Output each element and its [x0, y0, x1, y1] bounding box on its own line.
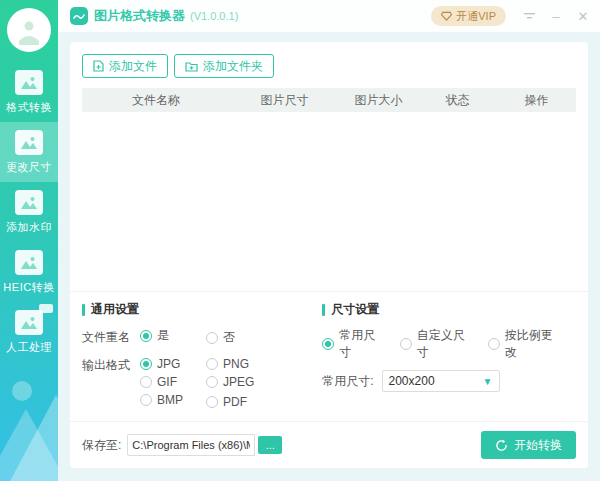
add-folder-label: 添加文件夹 — [203, 58, 263, 75]
toolbar: 添加文件 添加文件夹 — [82, 54, 576, 78]
format-option-GIF[interactable]: GIF — [140, 375, 206, 389]
format-option-BMP[interactable]: BMP — [140, 393, 206, 407]
add-folder-button[interactable]: 添加文件夹 — [174, 54, 274, 78]
sun-shape — [12, 381, 32, 401]
radio-label: BMP — [157, 393, 183, 407]
minimize-button[interactable]: – — [549, 9, 563, 23]
size-mode-option-按比例更改[interactable]: 按比例更改 — [488, 327, 556, 361]
main-panel: 添加文件 添加文件夹 文件名称图片尺寸图片大小状态操作 通用设置 文件重 — [70, 42, 588, 468]
radio-icon — [140, 394, 152, 406]
settings-section: 通用设置 文件重名 是否 输出格式 JPGPNGGIFJPEGBMPPDF 尺寸… — [82, 292, 576, 421]
radio-label: 按比例更改 — [505, 327, 556, 361]
add-file-label: 添加文件 — [109, 58, 157, 75]
column-header: 图片尺寸 — [230, 92, 339, 109]
image-icon — [15, 70, 43, 95]
radio-icon — [488, 338, 500, 350]
radio-icon — [140, 376, 152, 388]
app-window: 格式转换更改尺寸添加水印HEIC转换人工处理 图片格式转换器 (V1.0.0.1… — [0, 0, 600, 481]
image-icon — [15, 130, 43, 155]
format-label: 输出格式 — [82, 357, 140, 374]
radio-label: JPG — [157, 357, 180, 371]
size-settings-title: 尺寸设置 — [322, 301, 576, 318]
menu-icon[interactable] — [522, 9, 536, 23]
column-header: 图片大小 — [339, 92, 418, 109]
sidebar-item-添加水印[interactable]: 添加水印 — [0, 182, 58, 242]
radio-label: 否 — [223, 329, 235, 346]
sidebar-item-格式转换[interactable]: 格式转换 — [0, 62, 58, 122]
size-mode-option-自定义尺寸[interactable]: 自定义尺寸 — [400, 327, 468, 361]
sidebar-item-人工处理[interactable]: 人工处理 — [0, 302, 58, 362]
sidebar-item-label: HEIC转换 — [3, 280, 54, 295]
mountain-shape — [0, 409, 58, 481]
format-option-PDF[interactable]: PDF — [206, 393, 272, 411]
titlebar: 图片格式转换器 (V1.0.0.1) 开通VIP – ✕ — [58, 0, 600, 32]
rename-option-是[interactable]: 是 — [140, 327, 206, 344]
radio-icon — [206, 396, 218, 408]
add-file-button[interactable]: 添加文件 — [82, 54, 168, 78]
format-option-JPEG[interactable]: JPEG — [206, 375, 272, 389]
common-size-select[interactable]: 200x200 ▼ — [382, 370, 500, 392]
close-button[interactable]: ✕ — [576, 9, 590, 23]
rename-option-否[interactable]: 否 — [206, 327, 272, 348]
sidebar-item-label: 人工处理 — [6, 340, 52, 355]
radio-icon — [206, 358, 218, 370]
radio-icon — [206, 332, 218, 344]
sidebar: 格式转换更改尺寸添加水印HEIC转换人工处理 — [0, 0, 58, 481]
vip-label: 开通VIP — [456, 9, 496, 24]
start-convert-button[interactable]: 开始转换 — [481, 431, 576, 459]
radio-label: PNG — [223, 357, 249, 371]
column-header: 文件名称 — [82, 92, 230, 109]
rename-label: 文件重名 — [82, 329, 140, 346]
sidebar-item-label: 添加水印 — [6, 220, 52, 235]
folder-plus-icon — [185, 61, 198, 72]
mountain-shape — [10, 395, 58, 481]
radio-checked-icon — [140, 330, 152, 342]
common-size-label: 常用尺寸: — [322, 373, 373, 390]
radio-label: 常用尺寸 — [339, 327, 380, 361]
save-path-input[interactable] — [127, 434, 255, 456]
file-table-header: 文件名称图片尺寸图片大小状态操作 — [82, 88, 576, 112]
sidebar-item-label: 更改尺寸 — [6, 160, 52, 175]
size-mode-radio-group: 常用尺寸自定义尺寸按比例更改 — [322, 327, 576, 361]
rename-radio-group: 是否 — [140, 327, 314, 348]
radio-label: 自定义尺寸 — [417, 327, 468, 361]
format-radio-group: JPGPNGGIFJPEGBMPPDF — [140, 357, 314, 411]
radio-checked-icon — [322, 338, 334, 350]
column-header: 操作 — [497, 92, 576, 109]
sidebar-decoration — [0, 381, 58, 481]
radio-label: GIF — [157, 375, 177, 389]
size-mode-option-常用尺寸[interactable]: 常用尺寸 — [322, 327, 380, 361]
sidebar-menu: 格式转换更改尺寸添加水印HEIC转换人工处理 — [0, 62, 58, 362]
common-size-value: 200x200 — [389, 374, 435, 388]
footer-bar: 保存至: ... 开始转换 — [82, 422, 576, 468]
save-to-label: 保存至: — [82, 437, 121, 454]
sidebar-item-HEIC转换[interactable]: HEIC转换 — [0, 242, 58, 302]
radio-icon — [206, 376, 218, 388]
file-list-empty[interactable] — [82, 112, 576, 291]
radio-label: 是 — [157, 327, 169, 344]
format-option-JPG[interactable]: JPG — [140, 357, 206, 371]
image-icon — [15, 310, 43, 335]
app-title: 图片格式转换器 — [94, 7, 185, 25]
radio-label: PDF — [223, 395, 247, 409]
sidebar-item-更改尺寸[interactable]: 更改尺寸 — [0, 122, 58, 182]
image-icon — [15, 190, 43, 215]
column-header: 状态 — [418, 92, 497, 109]
app-version: (V1.0.0.1) — [190, 10, 238, 22]
general-settings-title: 通用设置 — [82, 301, 314, 318]
open-vip-button[interactable]: 开通VIP — [431, 6, 506, 26]
browse-button[interactable]: ... — [258, 436, 282, 454]
image-icon — [15, 250, 43, 275]
radio-icon — [400, 338, 412, 350]
size-settings: 尺寸设置 常用尺寸自定义尺寸按比例更改 常用尺寸: 200x200 ▼ — [314, 301, 576, 411]
format-option-PNG[interactable]: PNG — [206, 357, 272, 371]
sidebar-item-label: 格式转换 — [6, 100, 52, 115]
user-avatar[interactable] — [7, 8, 51, 52]
general-settings: 通用设置 文件重名 是否 输出格式 JPGPNGGIFJPEGBMPPDF — [82, 301, 314, 411]
radio-checked-icon — [140, 358, 152, 370]
person-icon — [14, 15, 44, 45]
chevron-down-icon: ▼ — [483, 376, 493, 387]
refresh-icon — [495, 439, 508, 452]
radio-label: JPEG — [223, 375, 254, 389]
diamond-icon — [441, 11, 452, 21]
